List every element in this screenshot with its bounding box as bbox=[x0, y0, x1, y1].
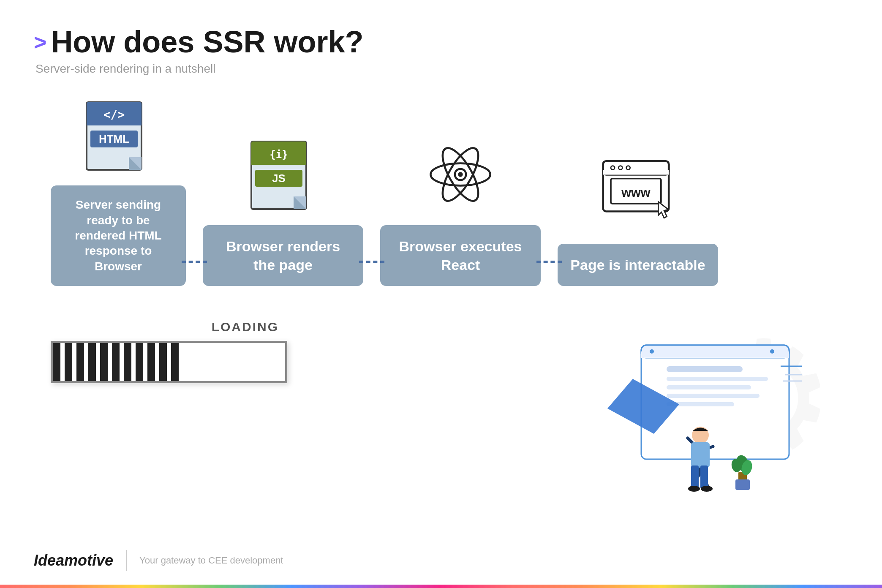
svg-rect-50 bbox=[700, 466, 708, 489]
title-row: > How does SSR work? bbox=[34, 25, 848, 59]
page-subtitle: Server-side rendering in a nutshell bbox=[35, 62, 848, 76]
illustration: ⚙ bbox=[578, 320, 831, 514]
react-atom-icon bbox=[418, 132, 503, 217]
connector-3-4 bbox=[536, 261, 562, 286]
loading-bar-fill bbox=[53, 343, 181, 381]
svg-point-51 bbox=[688, 486, 700, 492]
flow-box-1: Server sending ready to be rendered HTML… bbox=[51, 185, 186, 286]
header: > How does SSR work? Server-side renderi… bbox=[34, 25, 848, 76]
connector-1-2 bbox=[182, 261, 207, 286]
bottom-section: LOADING ⚙ bbox=[34, 320, 848, 514]
flow-step-2: {i} JS Browser renders the page bbox=[203, 141, 363, 286]
svg-rect-23 bbox=[603, 170, 669, 175]
connector-2-3 bbox=[359, 261, 384, 286]
svg-rect-33 bbox=[641, 351, 789, 358]
flow-step-3: Browser executes React bbox=[380, 132, 541, 286]
svg-rect-49 bbox=[691, 466, 699, 489]
svg-rect-36 bbox=[667, 366, 743, 372]
footer-logo: Ideamotive bbox=[34, 552, 113, 569]
svg-text:JS: JS bbox=[272, 172, 286, 185]
svg-point-20 bbox=[458, 172, 463, 177]
svg-text:</>: </> bbox=[103, 108, 125, 122]
svg-point-34 bbox=[650, 349, 654, 354]
svg-rect-48 bbox=[691, 442, 710, 468]
svg-rect-37 bbox=[667, 377, 768, 381]
svg-text:HTML: HTML bbox=[99, 133, 129, 145]
flow-box-2: Browser renders the page bbox=[203, 225, 363, 286]
svg-point-52 bbox=[701, 486, 713, 492]
svg-point-35 bbox=[770, 349, 774, 354]
svg-rect-39 bbox=[667, 394, 760, 398]
footer-tagline: Your gateway to CEE development bbox=[139, 555, 283, 566]
svg-rect-57 bbox=[735, 479, 750, 490]
svg-text:{i}: {i} bbox=[270, 149, 288, 161]
flow-diagram: </> HTML Server sending ready to be rend… bbox=[34, 101, 848, 286]
loading-label: LOADING bbox=[212, 320, 279, 334]
rainbow-bar bbox=[0, 585, 882, 588]
js-file-icon: {i} JS bbox=[249, 141, 317, 217]
flow-box-4: Page is interactable bbox=[558, 244, 718, 286]
flow-step-1: </> HTML Server sending ready to be rend… bbox=[51, 101, 186, 286]
loading-container: LOADING bbox=[51, 320, 287, 383]
flow-box-3: Browser executes React bbox=[380, 225, 541, 286]
html-file-icon: </> HTML bbox=[84, 101, 152, 177]
svg-rect-38 bbox=[667, 385, 751, 389]
page-container: > How does SSR work? Server-side renderi… bbox=[0, 0, 882, 588]
svg-text:www: www bbox=[621, 186, 651, 199]
footer-divider bbox=[126, 550, 127, 571]
page-title: How does SSR work? bbox=[51, 25, 363, 59]
flow-step-4: www Page is interactable bbox=[558, 151, 718, 286]
footer: Ideamotive Your gateway to CEE developme… bbox=[34, 550, 283, 571]
loading-bar bbox=[51, 341, 287, 383]
browser-www-icon: www bbox=[596, 151, 680, 235]
title-arrow-icon: > bbox=[34, 31, 46, 53]
